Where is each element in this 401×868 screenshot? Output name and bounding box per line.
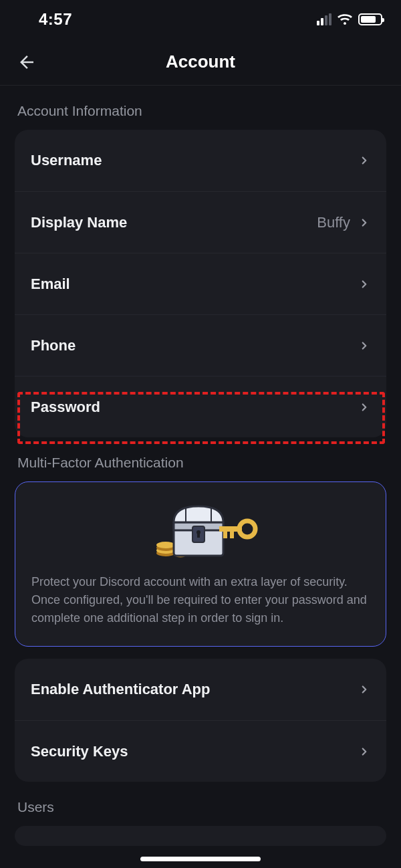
back-button[interactable] xyxy=(13,49,40,76)
row-enable-authenticator[interactable]: Enable Authenticator App xyxy=(15,659,386,720)
row-username[interactable]: Username xyxy=(15,130,386,191)
treasure-chest-key-icon xyxy=(134,500,267,561)
row-label: Email xyxy=(31,276,70,293)
section-header-account-information: Account Information xyxy=(15,86,386,130)
account-info-card: Username Display Name Buffy Email xyxy=(15,130,386,437)
wifi-icon xyxy=(337,13,353,25)
row-display-name[interactable]: Display Name Buffy xyxy=(15,191,386,253)
cellular-icon xyxy=(317,13,331,25)
section-account-information: Account Information Username Display Nam… xyxy=(0,86,401,437)
mfa-description: Protect your Discord account with an ext… xyxy=(31,573,370,627)
row-label: Username xyxy=(31,152,102,169)
section-users: Users xyxy=(0,782,401,846)
page-title: Account xyxy=(166,51,235,72)
chevron-right-icon xyxy=(358,278,370,290)
svg-point-3 xyxy=(156,542,175,548)
page-header: Account xyxy=(0,39,401,86)
section-header-users: Users xyxy=(15,782,386,826)
battery-icon xyxy=(358,13,382,25)
row-label: Security Keys xyxy=(31,743,128,760)
row-label: Enable Authenticator App xyxy=(31,681,211,698)
users-card xyxy=(15,826,386,846)
arrow-left-icon xyxy=(17,52,37,72)
row-email[interactable]: Email xyxy=(15,253,386,314)
home-indicator[interactable] xyxy=(140,857,261,861)
mfa-options-card: Enable Authenticator App Security Keys xyxy=(15,659,386,782)
chevron-right-icon xyxy=(358,154,370,167)
svg-rect-13 xyxy=(219,526,242,532)
row-phone[interactable]: Phone xyxy=(15,314,386,376)
row-value: Buffy xyxy=(317,214,350,231)
status-indicators xyxy=(317,13,382,25)
row-label: Password xyxy=(31,399,100,416)
section-mfa: Multi-Factor Authentication xyxy=(0,437,401,782)
chevron-right-icon xyxy=(358,340,370,352)
chevron-right-icon xyxy=(358,683,370,695)
section-header-mfa: Multi-Factor Authentication xyxy=(15,437,386,481)
status-bar: 4:57 xyxy=(0,0,401,39)
row-security-keys[interactable]: Security Keys xyxy=(15,720,386,782)
svg-rect-14 xyxy=(223,532,227,538)
mfa-info-card: Protect your Discord account with an ext… xyxy=(15,481,386,647)
svg-rect-11 xyxy=(197,532,200,538)
chevron-right-icon xyxy=(358,401,370,413)
chevron-right-icon xyxy=(358,217,370,229)
mfa-illustration xyxy=(31,500,370,561)
status-time: 4:57 xyxy=(39,10,72,29)
chevron-right-icon xyxy=(358,746,370,758)
row-password[interactable]: Password xyxy=(15,376,386,437)
row-label: Display Name xyxy=(31,214,127,231)
svg-rect-15 xyxy=(230,532,234,538)
row-label: Phone xyxy=(31,337,76,354)
